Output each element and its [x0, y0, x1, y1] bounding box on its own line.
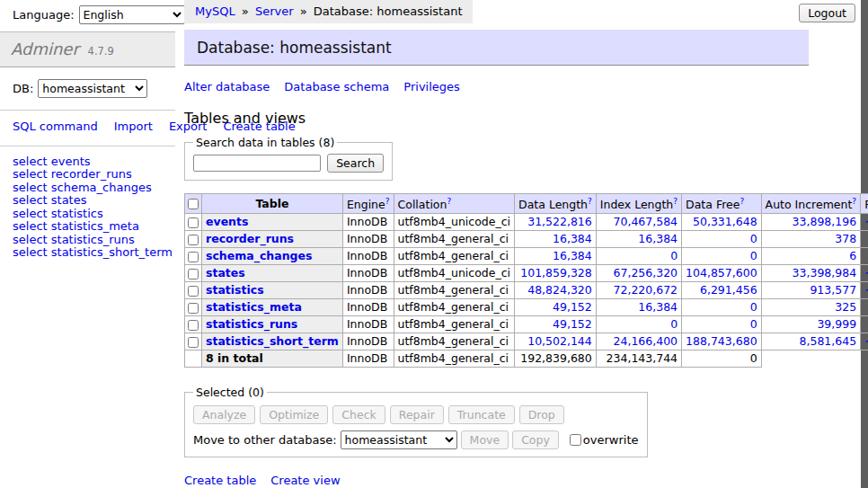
row-select-cell: [185, 316, 202, 333]
sidebar-link-sql-command[interactable]: SQL command: [13, 120, 98, 133]
table-name-cell: events: [202, 214, 343, 231]
sidebar-item-schema-changes[interactable]: select schema_changes: [13, 181, 163, 194]
rows-cell: ~ 628: [861, 316, 868, 333]
page-title: Database: homeassistant: [184, 30, 809, 66]
copy-button[interactable]: Copy: [512, 430, 559, 449]
help-link-index-length[interactable]: ?: [673, 197, 678, 206]
repair-button[interactable]: Repair: [390, 405, 444, 424]
row-checkbox-events[interactable]: [188, 217, 199, 228]
row-checkbox-statistics-meta[interactable]: [188, 303, 199, 314]
index-length-cell: 24,166,400: [596, 333, 681, 350]
sidebar-item-recorder-runs[interactable]: select recorder_runs: [13, 167, 163, 181]
breadcrumb-separator: »: [242, 4, 249, 18]
index-length-cell: 70,467,584: [596, 214, 681, 231]
auto-increment-cell: 913,577: [761, 282, 861, 299]
table-row-statistics: statisticsInnoDButf8mb4_general_ci48,824…: [185, 282, 868, 299]
row-checkbox-statistics[interactable]: [188, 286, 199, 297]
select-all-checkbox[interactable]: [188, 199, 199, 209]
sidebar-item-events[interactable]: select events: [13, 155, 163, 168]
auto-increment-cell: 378: [761, 231, 861, 248]
move-db-select[interactable]: homeassistant: [341, 430, 457, 449]
rows-count-link-statistics[interactable]: ~ 569,159: [864, 283, 868, 297]
help-link-data-free[interactable]: ?: [740, 197, 744, 206]
adminer-version-link[interactable]: 4.7.9: [88, 45, 114, 58]
sidebar-item-statistics-meta[interactable]: select statistics_meta: [13, 219, 163, 233]
data-free-cell: 188,743,680: [682, 333, 762, 350]
breadcrumb-separator: »: [300, 4, 307, 18]
row-checkbox-schema-changes[interactable]: [188, 252, 199, 262]
auto-increment-cell: 33,398,984: [761, 265, 861, 282]
adminer-brand-link[interactable]: Adminer: [11, 40, 79, 58]
move-button[interactable]: Move: [461, 430, 509, 449]
row-checkbox-statistics-runs[interactable]: [188, 320, 199, 331]
table-link-statistics[interactable]: statistics: [206, 283, 264, 297]
help-link-collation[interactable]: ?: [447, 197, 451, 206]
overwrite-option: overwrite: [566, 433, 639, 447]
table-body: eventsInnoDButf8mb4_unicode_ci31,522,816…: [185, 214, 868, 368]
table-link-states[interactable]: states: [206, 266, 245, 279]
rows-cell: ~ 244: [861, 299, 868, 316]
help-link-data-length[interactable]: ?: [588, 197, 592, 206]
selected-buttons: AnalyzeOptimizeCheckRepairTruncateDrop: [193, 405, 639, 424]
table-row-statistics-short-term: statistics_short_termInnoDButf8mb4_gener…: [185, 333, 868, 350]
link-create-table[interactable]: Create table: [184, 474, 256, 487]
analyze-button[interactable]: Analyze: [193, 405, 255, 424]
search-button[interactable]: Search: [327, 154, 384, 173]
total-empty-cell: [861, 350, 868, 368]
sidebar-item-statistics-short-term[interactable]: select statistics_short_term: [13, 245, 163, 259]
column-header-engine: Engine?: [342, 194, 394, 214]
collation-cell: utf8mb4_general_ci: [394, 299, 515, 316]
table-link-recorder-runs[interactable]: recorder_runs: [206, 232, 294, 245]
row-checkbox-recorder-runs[interactable]: [188, 235, 199, 245]
link-privileges[interactable]: Privileges: [403, 80, 460, 93]
index-length-cell: 0: [596, 248, 681, 265]
rows-count-link-states[interactable]: ~ 299,833: [864, 266, 868, 279]
engine-cell: InnoDB: [342, 282, 394, 299]
link-create-view[interactable]: Create view: [270, 474, 340, 487]
total-select-cell: [185, 350, 202, 368]
table-row-recorder-runs: recorder_runsInnoDButf8mb4_general_ci16,…: [185, 231, 868, 248]
db-select[interactable]: homeassistant: [38, 79, 147, 98]
table-row-schema-changes: schema_changesInnoDButf8mb4_general_ci16…: [185, 248, 868, 265]
help-link-engine[interactable]: ?: [385, 197, 390, 206]
row-select-cell: [185, 333, 202, 350]
help-link-auto-increment[interactable]: ?: [852, 197, 856, 206]
sidebar-item-statistics-runs[interactable]: select statistics_runs: [13, 233, 163, 246]
table-link-schema-changes[interactable]: schema_changes: [206, 249, 312, 262]
truncate-button[interactable]: Truncate: [448, 405, 515, 424]
data-length-cell: 49,152: [515, 299, 597, 316]
table-link-events[interactable]: events: [206, 215, 248, 228]
row-checkbox-states[interactable]: [188, 269, 199, 279]
sidebar-table-links: select eventsselect recorder_runsselect …: [0, 146, 175, 267]
overwrite-checkbox[interactable]: [570, 434, 581, 446]
total-empty-cell: [761, 350, 861, 368]
breadcrumb-mysql-link[interactable]: MySQL: [195, 4, 235, 18]
index-length-cell: 67,256,320: [596, 265, 681, 282]
sidebar-item-statistics[interactable]: select statistics: [13, 207, 163, 220]
rows-cell: ~ 312,180: [861, 214, 868, 231]
link-database-schema[interactable]: Database schema: [284, 80, 389, 93]
total-engine-cell: InnoDB: [342, 350, 394, 368]
drop-button[interactable]: Drop: [519, 405, 564, 424]
engine-cell: InnoDB: [342, 248, 394, 265]
auto-increment-cell: 39,999: [761, 316, 861, 333]
breadcrumb-server-link[interactable]: Server: [255, 4, 294, 18]
rows-cell: ~ 569,159: [861, 282, 868, 299]
search-input[interactable]: [193, 155, 321, 172]
rows-count-link-statistics-short-term[interactable]: ~ 136,108: [864, 334, 868, 348]
link-alter-database[interactable]: Alter database: [184, 80, 270, 93]
sidebar-link-import[interactable]: Import: [114, 120, 153, 133]
rows-count-link-events[interactable]: ~ 312,180: [864, 215, 868, 228]
table-link-statistics-short-term[interactable]: statistics_short_term: [206, 334, 339, 348]
optimize-button[interactable]: Optimize: [260, 405, 328, 424]
table-link-statistics-runs[interactable]: statistics_runs: [206, 317, 297, 331]
check-button[interactable]: Check: [332, 405, 385, 424]
total-name-cell: 8 in total: [202, 350, 343, 368]
tables-overview: TableEngine?Collation?Data Length?Index …: [184, 193, 868, 368]
language-select[interactable]: English: [79, 5, 185, 24]
table-name-cell: statistics_runs: [202, 316, 343, 333]
sidebar-item-states[interactable]: select states: [13, 193, 163, 207]
table-link-statistics-meta[interactable]: statistics_meta: [206, 300, 302, 314]
row-checkbox-statistics-short-term[interactable]: [188, 337, 199, 348]
data-free-cell: 0: [682, 299, 762, 316]
